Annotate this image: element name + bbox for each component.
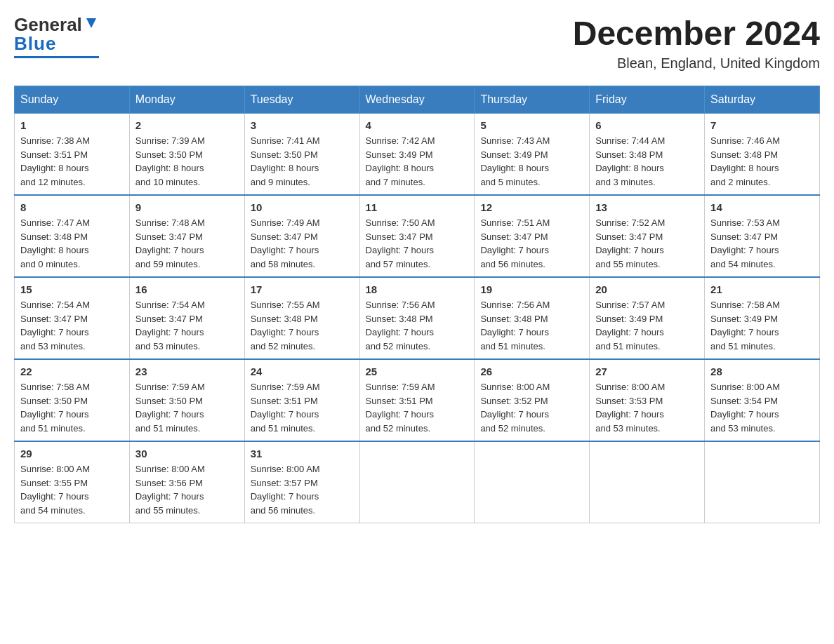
day-cell: 20Sunrise: 7:57 AMSunset: 3:49 PMDayligh…	[590, 277, 705, 359]
week-row-3: 15Sunrise: 7:54 AMSunset: 3:47 PMDayligh…	[15, 277, 820, 359]
day-cell: 25Sunrise: 7:59 AMSunset: 3:51 PMDayligh…	[359, 359, 475, 441]
day-info: Sunrise: 7:39 AMSunset: 3:50 PMDaylight:…	[135, 134, 239, 189]
day-number: 23	[135, 365, 239, 377]
col-tuesday: Tuesday	[244, 86, 359, 114]
day-info: Sunrise: 7:43 AMSunset: 3:49 PMDaylight:…	[480, 134, 583, 189]
header-row: Sunday Monday Tuesday Wednesday Thursday…	[15, 86, 820, 114]
day-number: 14	[710, 201, 814, 213]
week-row-1: 1Sunrise: 7:38 AMSunset: 3:51 PMDaylight…	[15, 114, 820, 196]
day-info: Sunrise: 7:52 AMSunset: 3:47 PMDaylight:…	[595, 216, 699, 271]
day-number: 27	[595, 365, 699, 377]
day-number: 30	[135, 448, 239, 459]
day-info: Sunrise: 8:00 AMSunset: 3:57 PMDaylight:…	[251, 462, 354, 517]
day-cell	[705, 441, 820, 523]
day-cell: 10Sunrise: 7:49 AMSunset: 3:47 PMDayligh…	[244, 195, 359, 277]
day-number: 1	[20, 119, 124, 131]
day-info: Sunrise: 7:50 AMSunset: 3:47 PMDaylight:…	[366, 216, 469, 271]
col-sunday: Sunday	[15, 86, 130, 114]
day-info: Sunrise: 7:47 AMSunset: 3:48 PMDaylight:…	[20, 216, 124, 271]
day-info: Sunrise: 7:58 AMSunset: 3:49 PMDaylight:…	[710, 298, 814, 353]
day-cell: 24Sunrise: 7:59 AMSunset: 3:51 PMDayligh…	[244, 359, 359, 441]
day-number: 16	[135, 283, 239, 295]
day-info: Sunrise: 7:48 AMSunset: 3:47 PMDaylight:…	[135, 216, 239, 271]
col-monday: Monday	[129, 86, 244, 114]
day-info: Sunrise: 7:59 AMSunset: 3:50 PMDaylight:…	[135, 380, 239, 435]
day-number: 17	[251, 283, 354, 295]
day-cell: 4Sunrise: 7:42 AMSunset: 3:49 PMDaylight…	[359, 114, 475, 196]
logo-triangle-icon	[84, 15, 99, 31]
day-cell: 14Sunrise: 7:53 AMSunset: 3:47 PMDayligh…	[705, 195, 820, 277]
day-info: Sunrise: 8:00 AMSunset: 3:53 PMDaylight:…	[595, 380, 699, 435]
day-cell: 29Sunrise: 8:00 AMSunset: 3:55 PMDayligh…	[15, 441, 130, 523]
day-number: 2	[135, 119, 239, 131]
day-info: Sunrise: 7:38 AMSunset: 3:51 PMDaylight:…	[20, 134, 124, 189]
day-info: Sunrise: 7:58 AMSunset: 3:50 PMDaylight:…	[20, 380, 124, 435]
day-number: 26	[480, 365, 583, 377]
logo-underline	[14, 56, 99, 58]
day-cell: 19Sunrise: 7:56 AMSunset: 3:48 PMDayligh…	[475, 277, 590, 359]
day-cell: 9Sunrise: 7:48 AMSunset: 3:47 PMDaylight…	[129, 195, 244, 277]
day-number: 12	[480, 201, 583, 213]
day-info: Sunrise: 7:46 AMSunset: 3:48 PMDaylight:…	[710, 134, 814, 189]
logo: General Blue	[14, 14, 99, 58]
location: Blean, England, United Kingdom	[573, 55, 820, 72]
title-area: December 2024 Blean, England, United Kin…	[573, 14, 820, 72]
day-cell: 22Sunrise: 7:58 AMSunset: 3:50 PMDayligh…	[15, 359, 130, 441]
day-info: Sunrise: 7:44 AMSunset: 3:48 PMDaylight:…	[595, 134, 699, 189]
day-cell: 11Sunrise: 7:50 AMSunset: 3:47 PMDayligh…	[359, 195, 475, 277]
day-cell: 31Sunrise: 8:00 AMSunset: 3:57 PMDayligh…	[244, 441, 359, 523]
day-info: Sunrise: 7:59 AMSunset: 3:51 PMDaylight:…	[366, 380, 469, 435]
svg-marker-0	[86, 18, 96, 28]
month-title: December 2024	[573, 14, 820, 53]
day-number: 5	[480, 119, 583, 131]
col-wednesday: Wednesday	[359, 86, 475, 114]
day-cell: 8Sunrise: 7:47 AMSunset: 3:48 PMDaylight…	[15, 195, 130, 277]
day-info: Sunrise: 7:54 AMSunset: 3:47 PMDaylight:…	[20, 298, 124, 353]
day-info: Sunrise: 7:42 AMSunset: 3:49 PMDaylight:…	[366, 134, 469, 189]
day-number: 25	[366, 365, 469, 377]
day-cell	[359, 441, 475, 523]
day-cell: 27Sunrise: 8:00 AMSunset: 3:53 PMDayligh…	[590, 359, 705, 441]
day-info: Sunrise: 7:55 AMSunset: 3:48 PMDaylight:…	[251, 298, 354, 353]
day-info: Sunrise: 7:49 AMSunset: 3:47 PMDaylight:…	[251, 216, 354, 271]
day-cell: 21Sunrise: 7:58 AMSunset: 3:49 PMDayligh…	[705, 277, 820, 359]
day-cell	[590, 441, 705, 523]
day-info: Sunrise: 7:56 AMSunset: 3:48 PMDaylight:…	[480, 298, 583, 353]
calendar-body: 1Sunrise: 7:38 AMSunset: 3:51 PMDaylight…	[15, 114, 820, 523]
day-info: Sunrise: 7:53 AMSunset: 3:47 PMDaylight:…	[710, 216, 814, 271]
day-number: 28	[710, 365, 814, 377]
day-cell: 2Sunrise: 7:39 AMSunset: 3:50 PMDaylight…	[129, 114, 244, 196]
day-cell: 7Sunrise: 7:46 AMSunset: 3:48 PMDaylight…	[705, 114, 820, 196]
col-saturday: Saturday	[705, 86, 820, 114]
day-cell: 30Sunrise: 8:00 AMSunset: 3:56 PMDayligh…	[129, 441, 244, 523]
col-thursday: Thursday	[475, 86, 590, 114]
day-number: 9	[135, 201, 239, 213]
calendar-header: Sunday Monday Tuesday Wednesday Thursday…	[15, 86, 820, 114]
day-info: Sunrise: 7:57 AMSunset: 3:49 PMDaylight:…	[595, 298, 699, 353]
day-cell: 26Sunrise: 8:00 AMSunset: 3:52 PMDayligh…	[475, 359, 590, 441]
day-info: Sunrise: 7:54 AMSunset: 3:47 PMDaylight:…	[135, 298, 239, 353]
day-number: 15	[20, 283, 124, 295]
day-number: 8	[20, 201, 124, 213]
day-info: Sunrise: 7:51 AMSunset: 3:47 PMDaylight:…	[480, 216, 583, 271]
day-number: 11	[366, 201, 469, 213]
day-info: Sunrise: 8:00 AMSunset: 3:56 PMDaylight:…	[135, 462, 239, 517]
day-cell: 6Sunrise: 7:44 AMSunset: 3:48 PMDaylight…	[590, 114, 705, 196]
day-cell: 23Sunrise: 7:59 AMSunset: 3:50 PMDayligh…	[129, 359, 244, 441]
logo-blue: Blue	[14, 33, 56, 55]
day-number: 20	[595, 283, 699, 295]
day-number: 19	[480, 283, 583, 295]
day-number: 6	[595, 119, 699, 131]
day-cell: 28Sunrise: 8:00 AMSunset: 3:54 PMDayligh…	[705, 359, 820, 441]
day-number: 4	[366, 119, 469, 131]
week-row-4: 22Sunrise: 7:58 AMSunset: 3:50 PMDayligh…	[15, 359, 820, 441]
day-info: Sunrise: 7:41 AMSunset: 3:50 PMDaylight:…	[251, 134, 354, 189]
page-header: General Blue December 2024 Blean, Englan…	[14, 14, 820, 72]
week-row-2: 8Sunrise: 7:47 AMSunset: 3:48 PMDaylight…	[15, 195, 820, 277]
day-cell	[475, 441, 590, 523]
day-cell: 5Sunrise: 7:43 AMSunset: 3:49 PMDaylight…	[475, 114, 590, 196]
day-cell: 18Sunrise: 7:56 AMSunset: 3:48 PMDayligh…	[359, 277, 475, 359]
calendar-table: Sunday Monday Tuesday Wednesday Thursday…	[14, 86, 820, 523]
week-row-5: 29Sunrise: 8:00 AMSunset: 3:55 PMDayligh…	[15, 441, 820, 523]
day-info: Sunrise: 8:00 AMSunset: 3:54 PMDaylight:…	[710, 380, 814, 435]
